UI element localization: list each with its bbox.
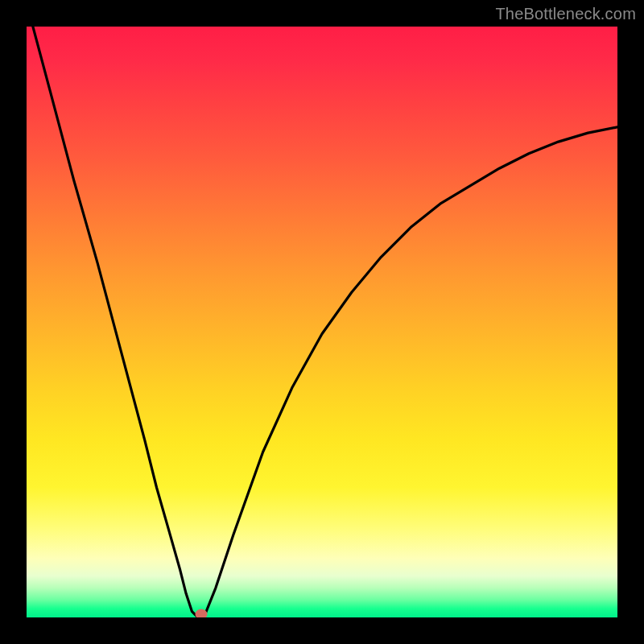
optimal-marker-icon [195,609,207,617]
chart-frame: TheBottleneck.com [0,0,644,644]
plot-area [27,27,617,617]
bottleneck-curve [27,27,617,617]
watermark-text: TheBottleneck.com [495,5,636,23]
